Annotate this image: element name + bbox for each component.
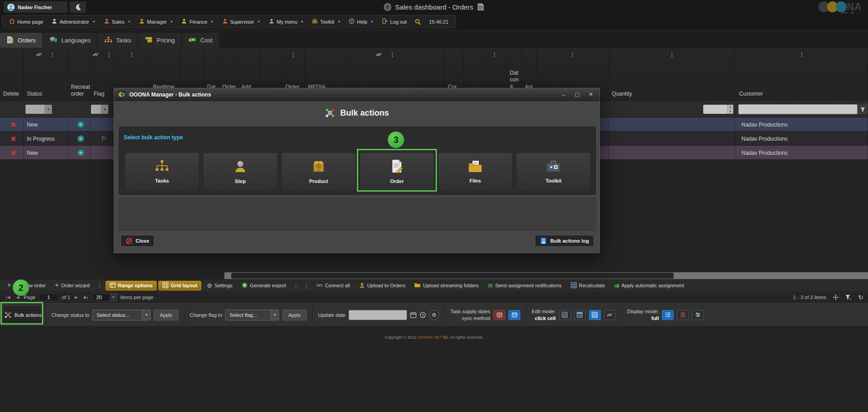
prev-page-button[interactable]: ◀ bbox=[15, 295, 20, 300]
next-page-button[interactable]: ▶ bbox=[73, 295, 79, 300]
bulk-action-tile-step[interactable]: Step bbox=[203, 153, 278, 191]
bulk-actions-log-button[interactable]: Bulk actions log bbox=[535, 235, 594, 247]
recreate-order-icon[interactable]: + bbox=[77, 135, 84, 142]
bulk-action-tile-tasks[interactable]: Tasks bbox=[125, 153, 199, 191]
edit-mode-confirm-button[interactable]: ✔✔ bbox=[604, 310, 616, 320]
spin-up-icon[interactable]: ▲ bbox=[727, 105, 733, 109]
column-header-status[interactable]: ✔✔⋮Status bbox=[24, 48, 68, 101]
column-header-flag[interactable]: ✔✔⋮Flag bbox=[91, 48, 114, 101]
pan-icon[interactable] bbox=[832, 294, 839, 300]
toolbar-connect-all-button[interactable]: Connect all bbox=[313, 281, 354, 290]
toolbar-add-new-order-button[interactable]: +Add new order bbox=[4, 282, 50, 289]
delete-row-icon[interactable]: ✖ bbox=[10, 135, 16, 142]
menu-item-toolkit[interactable]: Toolkit▼ bbox=[308, 15, 345, 28]
delete-row-icon[interactable]: ✖ bbox=[10, 149, 16, 157]
recreate-order-icon[interactable]: + bbox=[77, 149, 84, 156]
tab-pricing[interactable]: Pricing bbox=[138, 33, 181, 48]
toolbar-apply-automatic-assignment-button[interactable]: ⇉Apply automatic assignment bbox=[610, 281, 687, 290]
toolbar-settings-button[interactable]: ⚙Settings bbox=[203, 281, 236, 290]
sync-method-manual-button[interactable] bbox=[493, 310, 505, 320]
menu-item-supervisor[interactable]: Supervisor▼ bbox=[218, 15, 265, 28]
bulk-action-tile-product[interactable]: Product bbox=[281, 153, 356, 191]
page-number-input[interactable] bbox=[39, 293, 59, 301]
apply-flag-button[interactable]: Apply bbox=[282, 310, 307, 320]
sync-method-auto-button[interactable] bbox=[508, 310, 520, 320]
menu-item-my-menu[interactable]: My menu▼ bbox=[264, 15, 308, 28]
tab-tasks[interactable]: Tasks bbox=[98, 33, 137, 48]
tab-cost[interactable]: Cost bbox=[182, 33, 219, 48]
column-menu-icon[interactable]: ⋮ bbox=[129, 51, 135, 58]
column-header-delete[interactable]: Delete bbox=[0, 48, 24, 101]
column-header-quantity[interactable]: ⋮Quantity bbox=[609, 48, 736, 101]
toolbar-generate-export-button[interactable]: Generate export bbox=[238, 281, 290, 290]
menu-item-home-page[interactable]: Home page bbox=[5, 15, 47, 28]
select-flag-dropdown[interactable]: Select flag... ▼ bbox=[225, 310, 279, 320]
display-mode-full-button[interactable] bbox=[662, 310, 674, 320]
column-menu-icon[interactable]: ⋮ bbox=[390, 51, 395, 58]
column-menu-icon[interactable]: ⋮ bbox=[492, 51, 497, 58]
horizontal-scrollbar-thumb[interactable] bbox=[231, 273, 674, 279]
bulk-action-tile-order[interactable]: Order bbox=[360, 153, 434, 191]
column-menu-icon[interactable]: ⋮ bbox=[291, 51, 296, 58]
footer-brand-link[interactable]: OOONA NET bbox=[418, 335, 442, 340]
select-all-check-icon[interactable]: ✔✔ bbox=[376, 51, 382, 58]
apply-status-button[interactable]: Apply bbox=[154, 310, 178, 320]
select-all-check-icon[interactable]: ✔✔ bbox=[92, 51, 99, 58]
edit-mode-grid-button-1[interactable] bbox=[559, 310, 571, 320]
column-menu-icon[interactable]: ⋮ bbox=[50, 51, 56, 58]
close-button[interactable]: Close bbox=[121, 235, 154, 247]
tab-languages[interactable]: Languages bbox=[43, 33, 97, 48]
tab-orders[interactable]: Orders bbox=[0, 33, 42, 48]
spin-down-icon[interactable]: ▼ bbox=[727, 109, 733, 114]
column-menu-icon[interactable]: ⋮ bbox=[670, 51, 675, 58]
bulk-actions-button[interactable]: Bulk actions bbox=[3, 305, 43, 325]
column-header-recreat[interactable]: Recreat order bbox=[68, 48, 91, 101]
update-date-input[interactable] bbox=[349, 310, 407, 320]
close-window-button[interactable]: ✕ bbox=[586, 90, 596, 99]
status-filter-dropdown[interactable]: ▼ bbox=[25, 105, 52, 114]
toolbar-order-wizard-button[interactable]: +Order wizard bbox=[51, 282, 93, 289]
column-menu-icon[interactable]: ⋮ bbox=[570, 51, 575, 58]
toolbar-range-options-button[interactable]: Range options bbox=[106, 281, 157, 290]
customer-filter-funnel-button[interactable] bbox=[858, 105, 867, 114]
quantity-filter-spinner[interactable]: ▲▼ bbox=[703, 105, 733, 114]
display-mode-split-button[interactable] bbox=[692, 310, 704, 320]
search-icon[interactable] bbox=[411, 19, 425, 25]
column-header-customer[interactable]: ⋮Customer bbox=[736, 48, 868, 101]
edit-mode-grid-button-2[interactable] bbox=[574, 310, 586, 320]
menu-item-manager[interactable]: Manager▼ bbox=[135, 15, 177, 28]
clock-icon[interactable] bbox=[420, 312, 426, 318]
refresh-icon[interactable]: ↻ bbox=[858, 294, 863, 301]
dialog-title-bar[interactable]: OOONA Manager - Bulk actions – ▢ ✕ bbox=[114, 88, 599, 101]
clear-filters-icon[interactable] bbox=[845, 294, 852, 300]
calendar-icon[interactable] bbox=[410, 312, 416, 318]
recreate-order-icon[interactable]: + bbox=[77, 121, 84, 128]
date-settings-gear-icon[interactable]: ⚙ bbox=[429, 310, 439, 320]
edit-mode-click-cell-button[interactable] bbox=[589, 310, 601, 320]
toolbar-grid-layout-button[interactable]: Grid layout bbox=[158, 281, 201, 290]
maximize-button[interactable]: ▢ bbox=[572, 90, 582, 99]
items-per-page-dropdown[interactable]: 20 ▼ bbox=[92, 293, 117, 301]
toolbar-send-assignment-notifications-button[interactable]: ✉Send assignment notifications bbox=[484, 281, 565, 290]
orders-doc-icon[interactable] bbox=[477, 3, 484, 11]
last-page-button[interactable]: ▶| bbox=[82, 295, 89, 300]
flag-icon[interactable]: ⚐ bbox=[101, 135, 107, 142]
select-status-dropdown[interactable]: Select status... ▼ bbox=[92, 310, 151, 320]
flag-filter-dropdown[interactable]: ▼ bbox=[91, 105, 108, 114]
bulk-action-tile-toolkit[interactable]: Toolkit bbox=[516, 153, 591, 191]
customer-filter-input[interactable] bbox=[738, 104, 858, 114]
menu-item-sales[interactable]: Sales▼ bbox=[100, 15, 135, 28]
delete-row-icon[interactable]: ✖ bbox=[10, 121, 16, 128]
column-menu-icon[interactable]: ⋮ bbox=[107, 51, 112, 58]
menu-item-administrator[interactable]: Administrator▼ bbox=[47, 15, 100, 28]
menu-item-help[interactable]: ?Help▼ bbox=[345, 15, 378, 28]
display-mode-compact-button[interactable] bbox=[677, 310, 689, 320]
toolbar-upload-streaming-folders-button[interactable]: Upload streaming folders bbox=[411, 281, 482, 290]
first-page-button[interactable]: |◀ bbox=[5, 295, 11, 300]
toolbar-upload-to-orders-button[interactable]: Upload to Orders bbox=[355, 281, 409, 290]
column-menu-icon[interactable]: ⋮ bbox=[799, 51, 805, 58]
toolbar-recalculate-button[interactable]: Recalculate bbox=[567, 281, 609, 290]
minimize-button[interactable]: – bbox=[558, 90, 569, 99]
select-all-check-icon[interactable]: ✔✔ bbox=[36, 51, 42, 58]
menu-item-finance[interactable]: Finance▼ bbox=[177, 15, 218, 28]
